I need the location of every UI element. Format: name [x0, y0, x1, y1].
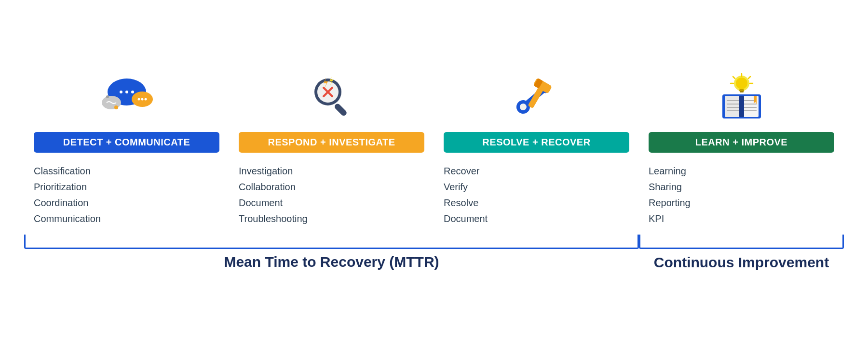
columns-row: DETECT + COMMUNICATE Classification Prio…: [24, 70, 844, 227]
svg-point-43: [736, 78, 747, 89]
column-respond: RESPOND + INVESTIGATE Investigation Coll…: [229, 70, 434, 227]
list-item: Troubleshooting: [239, 211, 424, 227]
column-resolve: RESOLVE + RECOVER Recover Verify Resolve…: [434, 70, 639, 227]
svg-point-11: [144, 98, 147, 100]
resolve-badge: RESOLVE + RECOVER: [444, 132, 629, 153]
list-item: Document: [444, 211, 629, 227]
list-item: Coordination: [34, 195, 219, 211]
respond-badge: RESPOND + INVESTIGATE: [239, 132, 424, 153]
list-item: Learning: [649, 163, 834, 179]
respond-icon-area: [239, 70, 424, 123]
main-container: DETECT + COMMUNICATE Classification Prio…: [24, 70, 844, 271]
list-item: Verify: [444, 179, 629, 195]
magnifier-icon: [308, 73, 356, 121]
mttr-bracket: [24, 235, 639, 249]
ci-section: Continuous Improvement: [639, 235, 844, 271]
svg-point-10: [141, 98, 143, 100]
learn-icon-area: [649, 70, 834, 123]
svg-line-49: [733, 77, 735, 79]
list-item: Reporting: [649, 195, 834, 211]
resolve-list: Recover Verify Resolve Document: [444, 163, 629, 227]
svg-point-12: [114, 105, 118, 109]
detect-list: Classification Prioritization Coordinati…: [34, 163, 219, 227]
learn-list: Learning Sharing Reporting KPI: [649, 163, 834, 227]
bottom-section: Mean Time to Recovery (MTTR) Continuous …: [24, 235, 844, 271]
detect-badge: DETECT + COMMUNICATE: [34, 132, 219, 153]
svg-rect-30: [725, 96, 741, 117]
svg-rect-32: [739, 96, 744, 117]
list-item: Classification: [34, 163, 219, 179]
mttr-label: Mean Time to Recovery (MTTR): [224, 254, 439, 270]
column-learn: LEARN + IMPROVE Learning Sharing Reporti…: [639, 70, 844, 227]
list-item: Recover: [444, 163, 629, 179]
svg-point-13: [106, 95, 109, 98]
detect-icon-area: [34, 70, 219, 123]
learn-badge: LEARN + IMPROVE: [649, 132, 834, 153]
list-item: Communication: [34, 211, 219, 227]
svg-point-7: [125, 91, 128, 93]
list-item: KPI: [649, 211, 834, 227]
list-item: Prioritization: [34, 179, 219, 195]
svg-rect-14: [333, 103, 348, 117]
tools-icon: [510, 73, 563, 121]
mttr-section: Mean Time to Recovery (MTTR): [24, 235, 639, 271]
chat-bubbles-icon: [98, 73, 156, 121]
column-detect: DETECT + COMMUNICATE Classification Prio…: [24, 70, 229, 227]
list-item: Document: [239, 195, 424, 211]
svg-point-8: [131, 91, 134, 93]
svg-line-47: [748, 77, 750, 79]
list-item: Resolve: [444, 195, 629, 211]
svg-point-9: [137, 98, 140, 100]
list-item: Collaboration: [239, 179, 424, 195]
svg-rect-45: [740, 91, 744, 92]
ci-label: Continuous Improvement: [654, 254, 829, 271]
respond-list: Investigation Collaboration Document Tro…: [239, 163, 424, 227]
list-item: Sharing: [649, 179, 834, 195]
book-lightbulb-icon: [715, 73, 768, 121]
svg-point-6: [120, 91, 122, 93]
resolve-icon-area: [444, 70, 629, 123]
list-item: Investigation: [239, 163, 424, 179]
ci-bracket: [639, 235, 844, 249]
